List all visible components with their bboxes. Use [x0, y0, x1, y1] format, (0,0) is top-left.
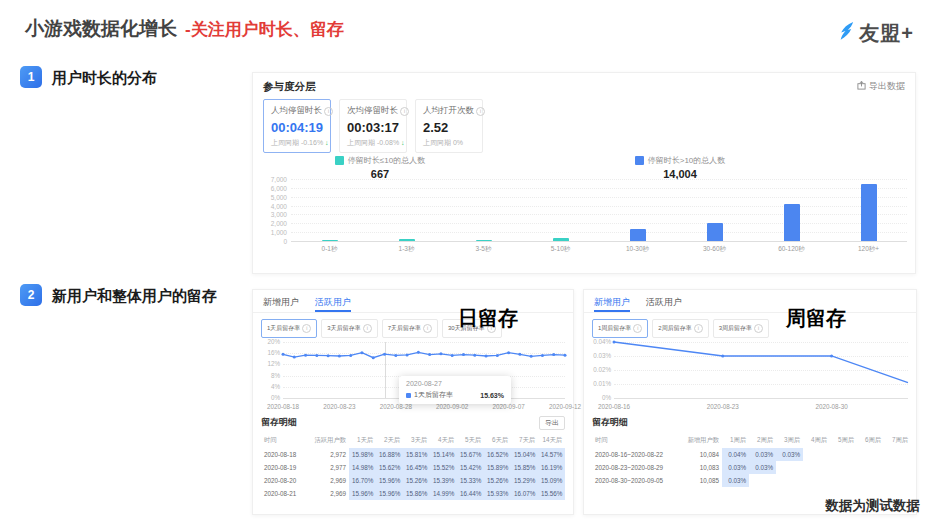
table-cell — [830, 461, 857, 474]
tab[interactable]: 活跃用户 — [315, 296, 351, 312]
metric-tab-card[interactable]: 3天后留存率i — [321, 319, 377, 338]
bar[interactable] — [707, 223, 723, 241]
info-icon: i — [363, 324, 372, 333]
table-cell: 16.19% — [538, 461, 565, 474]
gridline — [291, 241, 907, 242]
metric-card[interactable]: 人均打开次数i2.52上周同期 0% — [415, 99, 483, 153]
column-header: 5周后 — [830, 433, 857, 448]
bar[interactable] — [476, 240, 492, 242]
bar[interactable] — [861, 184, 877, 241]
y-tick-label: 5,000 — [261, 194, 287, 201]
x-tick-label: 30-60秒 — [676, 245, 753, 254]
weekly-metric-tabs: 1周后留存率i2周后留存率i3周后留存率i — [592, 319, 769, 338]
table-row: 2020-08-23~2020-08-2910,0830.03%0.03% — [592, 461, 911, 474]
bar-slot — [830, 184, 907, 241]
table-cell — [830, 448, 857, 461]
table-cell — [857, 461, 884, 474]
export-label: 导出数据 — [869, 80, 905, 93]
table-cell: 15.39% — [430, 474, 457, 487]
export-data-button[interactable]: 导出数据 — [857, 80, 905, 93]
column-header: 1周后 — [722, 433, 749, 448]
table-cell: 2,969 — [307, 474, 349, 487]
column-header: 时间 — [592, 433, 680, 448]
x-tick-label: 2020-09-02 — [436, 403, 468, 410]
column-header: 4天后 — [430, 433, 457, 448]
x-tick-label: 1-3秒 — [368, 245, 445, 254]
table-cell: 10,083 — [680, 461, 722, 474]
x-tick-label: 120秒+ — [830, 245, 907, 254]
table-cell: 15.67% — [457, 448, 484, 461]
bar[interactable] — [322, 240, 338, 242]
bar-slot — [291, 240, 368, 242]
bar-slot — [522, 238, 599, 241]
metric-tab-label: 1天后留存率 — [267, 324, 300, 333]
metric-card[interactable]: 次均停留时长i00:03:17上周同期 -0.08% ↓ — [339, 99, 407, 153]
x-tick-label: 60-120秒 — [753, 245, 830, 254]
column-header: 3天后 — [403, 433, 430, 448]
bars-row — [291, 179, 907, 241]
table-cell: 10,085 — [680, 474, 722, 487]
weekly-annotation: 周留存 — [786, 305, 846, 332]
bar[interactable] — [553, 238, 569, 241]
metric-tab-card[interactable]: 1天后留存率i — [261, 319, 317, 338]
brand-logo: 友盟+ — [833, 20, 914, 47]
slide-page: 小游戏数据化增长 -关注用户时长、留存 友盟+ 1 用户时长的分布 2 新用户和… — [0, 0, 932, 519]
table-row: 2020-08-202,96916.70%15.96%15.26%15.39%1… — [261, 474, 565, 487]
table-cell: 15.26% — [403, 474, 430, 487]
table-cell: 15.89% — [484, 461, 511, 474]
x-tick-label: 2020-09-12 — [549, 403, 581, 410]
x-tick-label: 2020-08-16 — [598, 403, 630, 410]
tab[interactable]: 活跃用户 — [646, 296, 682, 312]
metric-card[interactable]: 人均停留时长i00:04:19上周同期 -0.16% ↓ — [263, 99, 331, 153]
metric-tab-label: 2周后留存率 — [658, 324, 691, 333]
weekly-retention-line-chart[interactable]: 0.04%0.03%0.02%0.01%0%2020-08-162020-08-… — [592, 342, 908, 412]
metric-label: 人均打开次数i — [423, 105, 475, 117]
table-cell: 15.56% — [538, 487, 565, 500]
weekly-detail-section: 留存明细 时间新增用户数1周后2周后3周后4周后5周后6周后7周后2020-08… — [592, 416, 908, 487]
bar[interactable] — [399, 239, 415, 241]
column-header: 新增用户数 — [680, 433, 722, 448]
bar[interactable] — [630, 229, 646, 241]
tooltip-series: 1天后留存率 — [414, 390, 453, 400]
metric-tab-card[interactable]: 7天后留存率i — [382, 319, 438, 338]
y-tick-label: 0 — [261, 238, 287, 245]
metric-tab-label: 3周后留存率 — [719, 324, 752, 333]
metric-tab-card[interactable]: 3周后留存率i — [713, 319, 769, 338]
metric-tab-card[interactable]: 2周后留存率i — [652, 319, 708, 338]
legend-item[interactable]: 停留时长≤10的总人数667 — [315, 155, 445, 180]
tab[interactable]: 新增用户 — [263, 296, 299, 312]
table-cell: 15.86% — [403, 487, 430, 500]
daily-detail-table-wrap: 时间活跃用户数1天后2天后3天后4天后5天后6天后7天后14天后2020-08-… — [261, 433, 565, 500]
legend-item[interactable]: 停留时长>10的总人数14,004 — [615, 155, 745, 180]
tooltip-date: 2020-08-27 — [406, 380, 504, 387]
table-cell: 15.33% — [457, 474, 484, 487]
legend-label: 停留时长>10的总人数 — [648, 155, 726, 166]
column-header: 4周后 — [803, 433, 830, 448]
column-header: 时间 — [261, 433, 307, 448]
chart-tooltip: 2020-08-27 1天后留存率 15.63% — [399, 376, 511, 404]
metric-compare: 上周同期 -0.08% ↓ — [347, 138, 399, 148]
table-cell: 15.93% — [484, 487, 511, 500]
table-cell: 15.26% — [484, 474, 511, 487]
table-row: 2020-08-30~2020-09-0510,0850.03% — [592, 474, 911, 487]
table-cell: 0.03% — [722, 461, 749, 474]
metric-value: 2.52 — [423, 120, 475, 135]
engagement-metric-cards: 人均停留时长i00:04:19上周同期 -0.16% ↓次均停留时长i00:03… — [263, 99, 483, 153]
table-header-row: 时间活跃用户数1天后2天后3天后4天后5天后6天后7天后14天后 — [261, 433, 565, 448]
line-series[interactable] — [592, 342, 908, 404]
bar[interactable] — [784, 204, 800, 241]
y-tick-label: 7,000 — [261, 176, 287, 183]
table-cell: 2020-08-16~2020-08-22 — [592, 448, 680, 461]
weekly-retention-panel: 新增用户活跃用户 1周后留存率i2周后留存率i3周后留存率i 周留存 0.04%… — [583, 289, 917, 515]
daily-detail-export-button[interactable]: 导出 — [539, 416, 565, 430]
daily-retention-line-chart[interactable]: 2020-08-27 1天后留存率 15.63% 20%16%12%8%4%0%… — [261, 342, 565, 412]
duration-bar-chart[interactable]: 7,0006,0005,0004,0003,0002,0001,00000-1秒… — [261, 179, 907, 263]
tab[interactable]: 新增用户 — [594, 296, 630, 312]
daily-retention-panel: 新增用户活跃用户 1天后留存率i3天后留存率i7天后留存率i30天后留存率i 日… — [252, 289, 574, 515]
brand-name: 友盟+ — [859, 20, 914, 47]
metric-tab-card[interactable]: 1周后留存率i — [592, 319, 648, 338]
section-2-badge: 2 — [20, 284, 42, 306]
x-tick-label: 0-1秒 — [291, 245, 368, 254]
table-cell: 2,972 — [307, 448, 349, 461]
table-cell: 15.29% — [511, 474, 538, 487]
